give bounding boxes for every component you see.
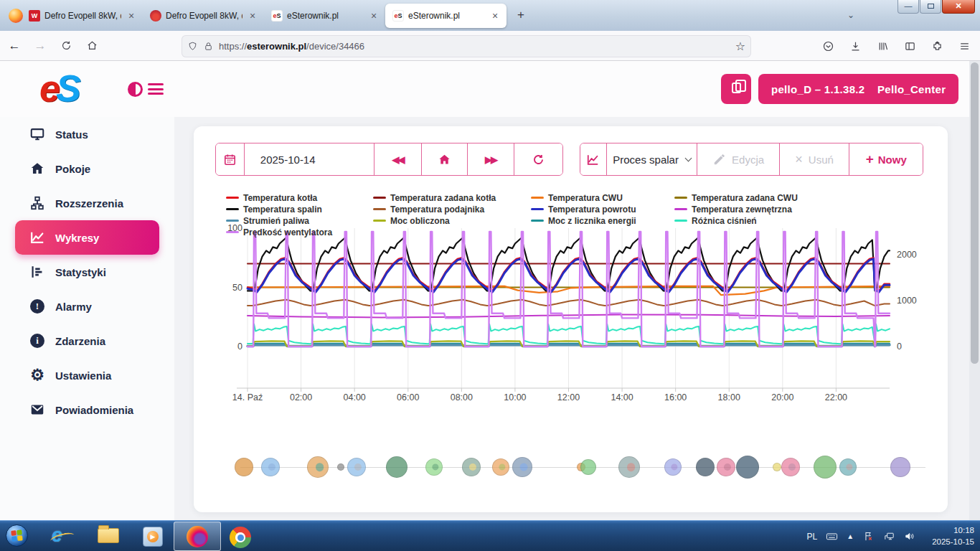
legend-label: Temperatura CWU <box>548 193 623 203</box>
start-button[interactable] <box>6 524 28 547</box>
sidebar-item-wykresy[interactable]: Wykresy <box>15 220 159 255</box>
legend-item[interactable]: Temperatura CWU <box>531 192 674 203</box>
legend-item[interactable]: Prędkość wentylatora <box>226 227 373 237</box>
sidebar-item-statystyki[interactable]: Statystyki <box>0 255 174 289</box>
browser-tab[interactable]: Defro Evopell 8kW, drugi sezon× <box>143 4 264 28</box>
sidebar-item-label: Wykresy <box>55 232 99 244</box>
legend-item[interactable]: Strumień paliwa <box>226 215 373 226</box>
sidebar-item-pokoje[interactable]: Pokoje <box>0 151 174 186</box>
legend-swatch <box>531 220 544 222</box>
tab-close-icon[interactable]: × <box>126 10 137 22</box>
legend-item[interactable]: Moc obliczona <box>373 215 531 226</box>
sidebar-item-powiadomienia[interactable]: Powiadomienia <box>0 392 174 427</box>
legend-item[interactable]: Temperatura podajnika <box>373 204 531 215</box>
refresh-icon <box>532 153 545 166</box>
action-center-flag-icon[interactable] <box>862 531 875 542</box>
process-bubble-row <box>240 455 911 481</box>
browser-home-button[interactable] <box>80 35 103 57</box>
tray-language[interactable]: PL <box>807 532 818 542</box>
explorer-folder-icon[interactable] <box>98 525 119 547</box>
menu-icon[interactable] <box>953 35 976 57</box>
edit-chart-button[interactable]: Edycja <box>697 143 780 175</box>
internet-explorer-icon[interactable]: e <box>52 525 73 547</box>
legend-item[interactable]: Różnica ciśnień <box>674 215 825 226</box>
svg-text:22:00: 22:00 <box>825 392 847 402</box>
copy-device-button[interactable] <box>721 74 751 104</box>
sidebar-item-ustawienia[interactable]: ⚙Ustawienia <box>0 358 174 392</box>
sidebar-item-label: Zdarzenia <box>55 335 105 347</box>
gear-icon: ⚙ <box>29 367 46 384</box>
sidebar-item-alarmy[interactable]: !Alarmy <box>0 289 174 324</box>
date-field[interactable]: 2025-10-14 <box>245 143 374 175</box>
delete-chart-button[interactable]: ×Usuń <box>780 143 850 175</box>
scrollbar-thumb[interactable] <box>971 62 979 364</box>
legend-item[interactable]: Temperatura kotła <box>226 192 373 203</box>
today-button[interactable] <box>422 143 468 175</box>
esterownik-logo[interactable]: eS <box>39 67 77 110</box>
tab-close-icon[interactable]: × <box>247 10 258 22</box>
library-icon[interactable] <box>871 35 894 57</box>
sidebars-icon[interactable] <box>898 35 921 57</box>
main-card: 2025-10-14 ◀◀ ▶▶ Proces spalar <box>194 126 948 512</box>
list-tabs-chevron-icon[interactable]: ⌄ <box>847 10 854 20</box>
window-close-button[interactable]: ✕ <box>942 0 975 14</box>
pocket-icon[interactable] <box>816 35 839 57</box>
volume-icon[interactable] <box>904 531 916 542</box>
app-menu-icon[interactable] <box>148 83 164 95</box>
sidebar-item-label: Rozszerzenia <box>55 197 123 209</box>
maximize-icon <box>928 4 934 9</box>
bookmark-star-icon[interactable]: ☆ <box>735 39 745 53</box>
sidebar-item-status[interactable]: Status <box>0 117 174 151</box>
process-bubble <box>512 457 532 477</box>
network-icon[interactable] <box>883 531 895 542</box>
browser-tab[interactable]: eSeSterownik.pl× <box>264 4 385 28</box>
legend-item[interactable]: Temperatura zadana CWU <box>674 192 825 203</box>
sidebar-item-label: Status <box>55 128 88 141</box>
legend-item[interactable]: Temperatura zadana kotła <box>373 192 531 203</box>
browser-tab[interactable]: WDefro Evopell 8kW, drugi sezon× <box>22 4 143 28</box>
legend-item[interactable]: Temperatura powrotu <box>531 204 674 215</box>
keyboard-icon[interactable] <box>826 531 838 542</box>
tab-strip: WDefro Evopell 8kW, drugi sezon×Defro Ev… <box>22 4 507 28</box>
new-chart-button[interactable]: +Nowy <box>849 143 923 175</box>
legend-item[interactable]: Moc z licznika energii <box>531 215 674 226</box>
tab-close-icon[interactable]: × <box>368 10 380 22</box>
hidden-icons-chevron[interactable]: ▲ <box>847 532 854 540</box>
svg-text:14:00: 14:00 <box>611 392 633 402</box>
dark-mode-toggle-icon[interactable] <box>128 82 143 97</box>
url-bar[interactable]: https://esterownik.pl/device/34466 ☆ <box>182 35 751 57</box>
downloads-icon[interactable] <box>844 35 867 57</box>
pello-center-button[interactable]: Pello_Center <box>864 74 958 104</box>
next-day-button[interactable]: ▶▶ <box>468 143 515 175</box>
window-minimize-button[interactable]: — <box>897 0 919 14</box>
chart-select[interactable]: Proces spalar <box>607 143 697 175</box>
extensions-icon[interactable] <box>925 35 948 57</box>
chrome-icon[interactable] <box>230 525 251 547</box>
reload-button[interactable] <box>55 35 77 57</box>
sidebar-item-zdarzenia[interactable]: iZdarzenia <box>0 324 174 358</box>
tray-clock[interactable]: 10:18 2025-10-15 <box>925 525 974 547</box>
refresh-button[interactable] <box>514 143 562 175</box>
shield-icon <box>187 41 198 52</box>
forward-button[interactable]: → <box>29 35 52 57</box>
browser-tab[interactable]: eSeSterownik.pl× <box>385 4 507 28</box>
legend-item[interactable]: Temperatura spalin <box>226 204 373 215</box>
calendar-button[interactable] <box>216 143 245 175</box>
back-button[interactable]: ← <box>3 35 26 57</box>
new-tab-button[interactable]: + <box>512 7 529 24</box>
media-player-icon[interactable]: ▶ <box>143 525 164 547</box>
sidebar-item-rozszerzenia[interactable]: Rozszerzenia <box>0 186 174 220</box>
monitor-icon <box>29 126 46 143</box>
window-maximize-button[interactable] <box>920 0 941 14</box>
page-scrollbar[interactable] <box>969 61 980 520</box>
firefox-taskbar-button[interactable] <box>174 522 221 551</box>
legend-swatch <box>373 220 386 222</box>
prev-day-button[interactable]: ◀◀ <box>374 143 422 175</box>
chart-toolbar: Proces spalar Edycja ×Usuń +Nowy <box>580 143 923 176</box>
reload-icon <box>60 39 72 52</box>
tab-close-icon[interactable]: × <box>489 10 501 22</box>
legend-label: Strumień paliwa <box>243 216 309 226</box>
stats-icon <box>29 263 46 281</box>
legend-item[interactable]: Temperatura zewnętrzna <box>674 204 825 215</box>
process-bubble <box>839 458 857 476</box>
